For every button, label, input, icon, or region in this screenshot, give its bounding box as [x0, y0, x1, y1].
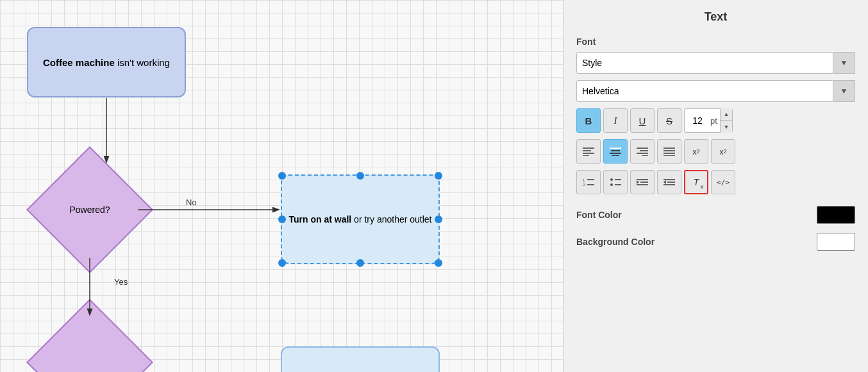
canvas-area[interactable]: Coffee machine isn't working Powered? Tu…	[0, 0, 563, 372]
indent-increase-button[interactable]	[657, 170, 681, 194]
handle-top-center[interactable]	[356, 172, 364, 180]
font-size-unit: pt	[710, 116, 720, 126]
action-text-bold: Turn on at wall	[288, 214, 351, 224]
start-node-text-bold: Coffee machine	[43, 57, 115, 68]
list-toolbar: 1.2. Tx </>	[576, 170, 855, 194]
font-dropdown-row: Helvetica ▼	[576, 80, 855, 102]
font-size-down[interactable]: ▼	[721, 121, 732, 133]
indent-decrease-button[interactable]	[630, 170, 655, 194]
align-toolbar: x2 x2	[576, 139, 855, 164]
handle-mid-left[interactable]	[278, 216, 286, 223]
svg-point-23	[610, 178, 613, 181]
format-toolbar: B I U S pt ▲ ▼	[576, 108, 855, 133]
svg-text:2.: 2.	[583, 183, 586, 187]
align-right-button[interactable]	[630, 139, 655, 164]
handle-bottom-center[interactable]	[356, 259, 364, 267]
font-color-swatch[interactable]	[817, 206, 855, 224]
bg-color-row: Background Color	[576, 233, 855, 251]
font-size-up[interactable]: ▲	[721, 108, 732, 121]
align-center-button[interactable]	[603, 139, 628, 164]
font-size-spinners: ▲ ▼	[720, 108, 732, 133]
font-size-box: pt ▲ ▼	[684, 108, 733, 133]
align-justify-button[interactable]	[657, 139, 681, 164]
yes-label: Yes	[114, 277, 128, 287]
font-dropdown[interactable]: Helvetica	[576, 80, 833, 102]
handle-top-right[interactable]	[435, 172, 442, 180]
bg-color-swatch[interactable]	[817, 233, 855, 251]
ordered-list-button[interactable]: 1.2.	[576, 170, 601, 194]
diamond-label: Powered?	[42, 162, 138, 258]
subscript-button[interactable]: x2	[684, 139, 708, 164]
font-section-label: Font	[576, 37, 855, 47]
font-size-input[interactable]	[685, 115, 710, 126]
italic-button[interactable]: I	[603, 108, 628, 133]
style-dropdown-arrow[interactable]: ▼	[833, 52, 855, 74]
strikethrough-button[interactable]: S	[657, 108, 681, 133]
superscript-button[interactable]: x2	[711, 139, 735, 164]
svg-marker-30	[637, 180, 639, 184]
html-button[interactable]: </>	[711, 170, 735, 194]
style-dropdown[interactable]: Style	[576, 52, 833, 74]
clear-format-button[interactable]: Tx	[684, 170, 708, 194]
action-node[interactable]: Turn on at wall or try another outlet	[281, 174, 440, 264]
action-text: Turn on at wall or try another outlet	[288, 214, 431, 224]
decision-node[interactable]: Powered?	[42, 162, 138, 258]
no-label: No	[186, 198, 197, 207]
underline-button[interactable]: U	[630, 108, 655, 133]
handle-bottom-right[interactable]	[435, 259, 442, 267]
diamond-shape-2	[26, 299, 153, 372]
right-panel: Text Font Style ▼ Helvetica ▼ B I U S pt…	[563, 0, 868, 372]
svg-marker-34	[664, 180, 666, 184]
panel-title: Text	[576, 10, 855, 24]
align-left-button[interactable]	[576, 139, 601, 164]
bg-color-label: Background Color	[576, 237, 817, 247]
font-color-label: Font Color	[576, 210, 817, 220]
action-node-2[interactable]	[281, 346, 440, 372]
svg-point-25	[610, 183, 613, 186]
style-dropdown-row: Style ▼	[576, 52, 855, 74]
start-node[interactable]: Coffee machine isn't working	[27, 27, 186, 97]
handle-top-left[interactable]	[278, 172, 286, 180]
font-dropdown-arrow[interactable]: ▼	[833, 80, 855, 102]
start-node-text-rest: isn't working	[115, 57, 170, 68]
action-text-rest: or try another outlet	[351, 214, 431, 224]
handle-bottom-left[interactable]	[278, 259, 286, 267]
font-color-row: Font Color	[576, 206, 855, 224]
unordered-list-button[interactable]	[603, 170, 628, 194]
decision-node-2[interactable]	[42, 314, 138, 372]
bold-button[interactable]: B	[576, 108, 601, 133]
svg-text:1.: 1.	[583, 178, 586, 182]
handle-mid-right[interactable]	[435, 216, 442, 223]
